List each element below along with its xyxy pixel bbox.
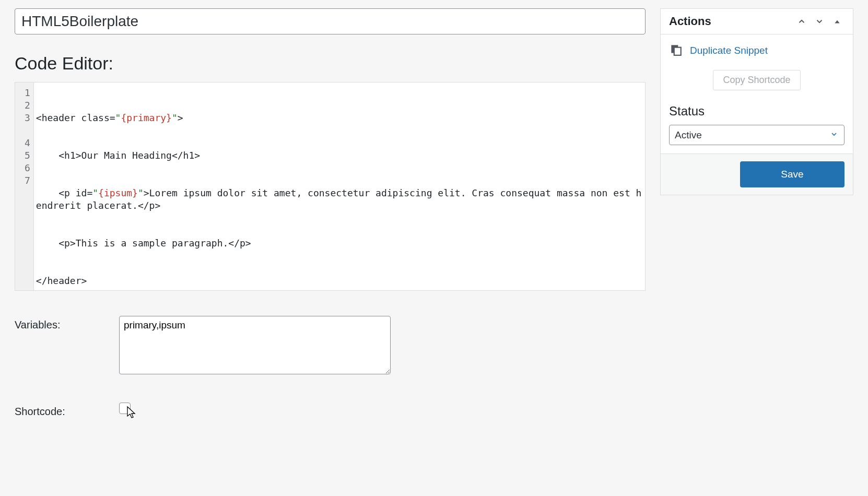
status-label: Status	[669, 104, 844, 119]
status-select[interactable]: Active	[669, 125, 844, 145]
actions-panel: Actions Duplicate Snippet Copy Sho	[660, 8, 853, 195]
code-editor-heading: Code Editor:	[15, 53, 646, 74]
duplicate-snippet-link[interactable]: Duplicate Snippet	[690, 45, 768, 56]
code-body[interactable]: <header class="{primary}"> <h1>Our Main …	[34, 82, 645, 290]
chevron-up-icon[interactable]	[794, 14, 809, 29]
duplicate-icon	[669, 43, 683, 58]
variables-label: Variables:	[15, 316, 119, 331]
shortcode-label: Shortcode:	[15, 403, 119, 418]
variables-textarea[interactable]: primary,ipsum	[119, 316, 391, 374]
copy-shortcode-button[interactable]: Copy Shortcode	[713, 70, 800, 90]
shortcode-checkbox[interactable]	[119, 403, 131, 414]
actions-panel-title: Actions	[669, 15, 794, 28]
svg-rect-1	[674, 48, 681, 55]
snippet-title-input[interactable]	[15, 8, 646, 34]
chevron-down-icon[interactable]	[812, 14, 827, 29]
code-gutter: 1 2 3 4 5 6 7	[15, 82, 34, 290]
save-button[interactable]: Save	[740, 161, 844, 187]
collapse-triangle-icon[interactable]	[830, 14, 844, 29]
code-editor[interactable]: 1 2 3 4 5 6 7 <header class="{primary}">…	[15, 82, 646, 291]
